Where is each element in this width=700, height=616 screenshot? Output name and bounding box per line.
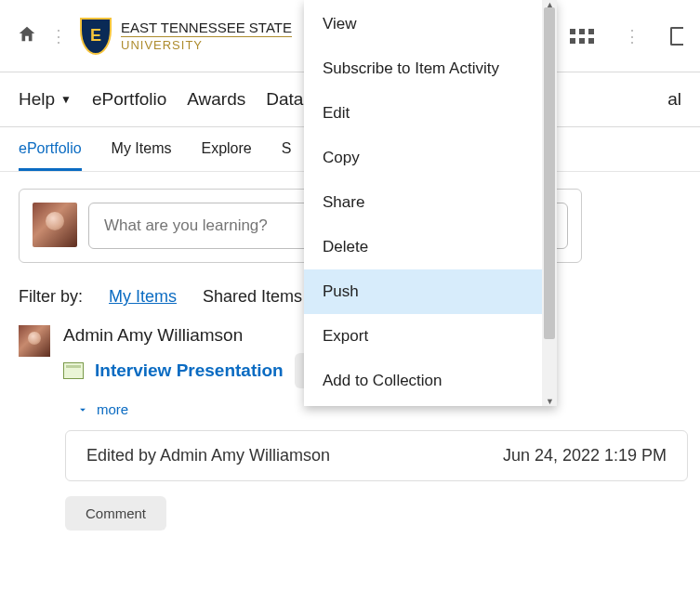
menu-item-subscribe-to-item-activity[interactable]: Subscribe to Item Activity [304,46,542,91]
topbar-more-icon[interactable]: ⋮ [50,26,67,46]
menu-item-edit[interactable]: Edit [304,91,542,136]
brand-line2: UNIVERSITY [121,36,292,51]
home-icon[interactable] [17,24,37,47]
edited-at: Jun 24, 2022 1:19 PM [503,446,667,465]
mail-icon[interactable] [670,27,683,46]
brand-logo[interactable]: E EAST TENNESSEE STATE UNIVERSITY [80,18,292,55]
nav-eportfolio[interactable]: ePortfolio [92,89,166,110]
menu-item-delete[interactable]: Delete [304,225,542,269]
tab-cutoff: S [282,140,292,171]
feed-item-link[interactable]: Interview Presentation [95,360,284,381]
topbar-right: ⋮ [570,26,683,46]
feed-author: Admin Amy Williamson [63,325,334,346]
brand-text: EAST TENNESSEE STATE UNIVERSITY [121,20,292,51]
chevron-down-icon: ▼ [60,93,72,106]
apps-grid-icon[interactable] [570,29,594,44]
edit-info-bar: Edited by Admin Amy Williamson Jun 24, 2… [65,430,688,481]
scroll-thumb[interactable] [544,7,555,339]
menu-scrollbar[interactable]: ▲ ▼ [542,0,557,406]
menu-list: ViewSubscribe to Item ActivityEditCopySh… [304,0,542,406]
filter-label: Filter by: [19,287,83,307]
brand-line1: EAST TENNESSEE STATE [121,20,292,34]
brand-shield-icon: E [80,18,112,55]
tab-explore[interactable]: Explore [201,140,251,171]
chevron-down-icon [76,403,89,416]
menu-item-export[interactable]: Export [304,314,542,359]
presentation-icon [63,362,84,379]
menu-item-view[interactable]: View [304,2,542,46]
item-actions-menu: ViewSubscribe to Item ActivityEditCopySh… [304,0,557,406]
filter-my-items[interactable]: My Items [109,287,177,307]
avatar [19,325,50,357]
menu-item-share[interactable]: Share [304,180,542,225]
filter-shared-items[interactable]: Shared Items [203,287,302,307]
nav-data[interactable]: Data [266,89,303,110]
comment-button[interactable]: Comment [65,496,166,531]
nav-help[interactable]: Help ▼ [19,89,72,110]
menu-item-copy[interactable]: Copy [304,136,542,180]
avatar [33,203,77,247]
tab-eportfolio[interactable]: ePortfolio [19,140,82,171]
more-label: more [97,401,128,417]
feed-item-row: Interview Presentation [63,353,334,388]
nav-help-label: Help [19,89,55,110]
scroll-down-icon[interactable]: ▼ [546,397,554,406]
tab-my-items[interactable]: My Items [112,140,172,171]
nav-awards[interactable]: Awards [187,89,245,110]
menu-item-push[interactable]: Push [304,269,542,314]
topbar-more2-icon[interactable]: ⋮ [624,26,641,46]
nav-cutoff: al [667,89,681,110]
edited-by: Edited by Admin Amy Williamson [86,446,330,465]
menu-item-add-to-collection[interactable]: Add to Collection [304,359,542,400]
